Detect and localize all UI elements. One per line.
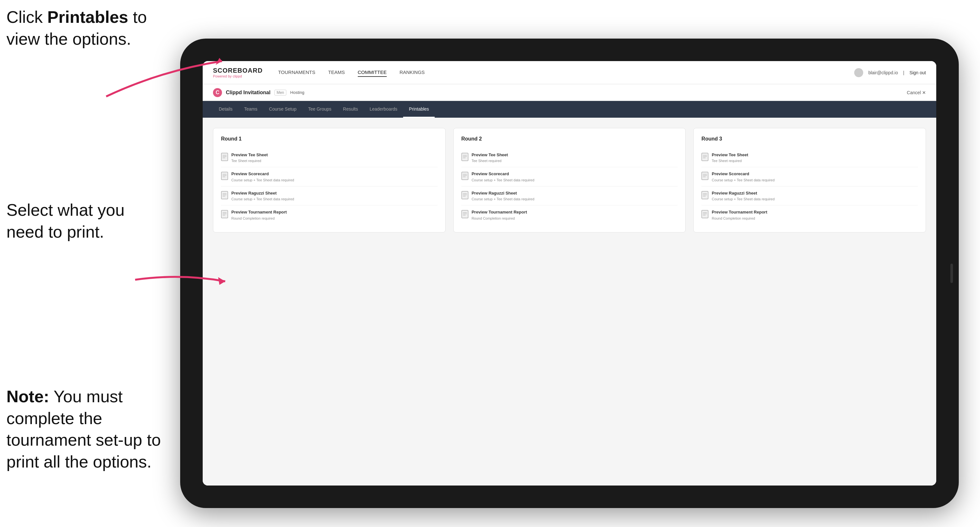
subnav-printables[interactable]: Printables	[403, 101, 435, 118]
nav-rankings[interactable]: RANKINGS	[399, 68, 425, 77]
subnav-results[interactable]: Results	[337, 101, 364, 118]
top-nav-right: blair@clippd.io | Sign out	[854, 68, 926, 77]
scorecard-icon-r2	[461, 172, 468, 180]
cancel-button[interactable]: Cancel ✕	[907, 90, 926, 95]
round1-scorecard-text: Preview Scorecard Course setup + Tee She…	[231, 171, 294, 182]
content-area: Round 1 Preview Tee Sheet	[203, 118, 936, 486]
sub-nav: Details Teams Course Setup Tee Groups Re…	[203, 101, 936, 118]
round-1-column: Round 1 Preview Tee Sheet	[213, 128, 445, 232]
round2-scorecard-text: Preview Scorecard Course setup + Tee She…	[472, 171, 535, 182]
raguzzi-icon-r2	[461, 191, 468, 199]
tablet-side-button	[950, 264, 953, 283]
round2-raguzzi-item[interactable]: Preview Raguzzi Sheet Course setup + Tee…	[461, 186, 678, 205]
report-icon-r2	[461, 210, 468, 218]
user-avatar	[854, 68, 863, 77]
svg-rect-34	[702, 153, 708, 161]
round2-report-text: Preview Tournament Report Round Completi…	[472, 210, 527, 220]
subnav-tee-groups[interactable]: Tee Groups	[302, 101, 337, 118]
round3-tee-sheet-text: Preview Tee Sheet Tee Sheet required	[712, 152, 748, 163]
scorecard-icon-r1	[221, 172, 228, 180]
round2-tee-sheet-item[interactable]: Preview Tee Sheet Tee Sheet required	[461, 148, 678, 167]
subnav-course-setup[interactable]: Course Setup	[263, 101, 302, 118]
svg-rect-14	[221, 210, 228, 218]
tee-sheet-icon-r2	[461, 153, 468, 161]
round2-tee-sheet-text: Preview Tee Sheet Tee Sheet required	[472, 152, 508, 163]
round3-tee-sheet-item[interactable]: Preview Tee Sheet Tee Sheet required	[702, 148, 918, 167]
round1-tee-sheet-item[interactable]: Preview Tee Sheet Tee Sheet required	[221, 148, 438, 167]
tee-sheet-icon-r1	[221, 153, 228, 161]
round1-raguzzi-name: Preview Raguzzi Sheet	[231, 190, 294, 196]
tournament-status: Hosting	[290, 90, 304, 95]
round2-report-item[interactable]: Preview Tournament Report Round Completi…	[461, 205, 678, 224]
round3-scorecard-text: Preview Scorecard Course setup + Tee She…	[712, 171, 775, 182]
round2-scorecard-item[interactable]: Preview Scorecard Course setup + Tee She…	[461, 167, 678, 186]
round-3-column: Round 3 Preview Tee Sheet Tee Sheet requ…	[693, 128, 926, 232]
svg-rect-18	[462, 153, 468, 161]
round1-scorecard-item[interactable]: Preview Scorecard Course setup + Tee She…	[221, 167, 438, 186]
tablet-frame: SCOREBOARD Powered by clippd TOURNAMENTS…	[180, 38, 959, 508]
svg-rect-30	[462, 210, 468, 218]
round3-report-text: Preview Tournament Report Round Completi…	[712, 210, 767, 220]
annotation-middle: Select what you need to print.	[6, 199, 161, 243]
round1-report-item[interactable]: Preview Tournament Report Round Completi…	[221, 205, 438, 224]
svg-marker-1	[218, 277, 225, 285]
svg-rect-6	[221, 172, 228, 180]
round3-raguzzi-text: Preview Raguzzi Sheet Course setup + Tee…	[712, 190, 775, 201]
tournament-badge: Men	[274, 90, 286, 95]
raguzzi-icon-r1	[221, 191, 228, 199]
nav-committee[interactable]: COMMITTEE	[358, 68, 387, 77]
nav-teams[interactable]: TEAMS	[328, 68, 345, 77]
svg-rect-26	[462, 191, 468, 199]
arrow-middle-indicator	[129, 264, 232, 296]
nav-tournaments[interactable]: TOURNAMENTS	[278, 68, 315, 77]
top-nav: SCOREBOARD Powered by clippd TOURNAMENTS…	[203, 61, 936, 84]
round-3-title: Round 3	[702, 136, 918, 142]
round3-scorecard-item[interactable]: Preview Scorecard Course setup + Tee She…	[702, 167, 918, 186]
round1-raguzzi-item[interactable]: Preview Raguzzi Sheet Course setup + Tee…	[221, 186, 438, 205]
tournament-bar: C Clippd Invitational Men Hosting Cancel…	[203, 84, 936, 101]
rounds-container: Round 1 Preview Tee Sheet	[213, 128, 926, 232]
annotation-bottom: Note: You must complete the tournament s…	[6, 386, 187, 473]
subnav-teams[interactable]: Teams	[239, 101, 263, 118]
scorecard-icon-r3	[702, 172, 708, 180]
round-2-column: Round 2 Preview Tee Sheet Tee Sheet requ…	[453, 128, 686, 232]
round1-scorecard-name: Preview Scorecard	[231, 171, 294, 177]
subnav-details[interactable]: Details	[213, 101, 239, 118]
tournament-name: Clippd Invitational	[226, 90, 270, 95]
report-icon-r1	[221, 210, 228, 218]
round3-report-item[interactable]: Preview Tournament Report Round Completi…	[702, 205, 918, 224]
round3-raguzzi-item[interactable]: Preview Raguzzi Sheet Course setup + Tee…	[702, 186, 918, 205]
round1-report-req: Round Completion required	[231, 216, 287, 221]
svg-rect-38	[702, 172, 708, 180]
report-icon-r3	[702, 210, 708, 218]
round-2-title: Round 2	[461, 136, 678, 142]
round1-tee-sheet-text: Preview Tee Sheet Tee Sheet required	[231, 152, 268, 163]
svg-rect-42	[702, 191, 708, 199]
sign-out-link[interactable]: Sign out	[910, 70, 926, 75]
round1-raguzzi-req: Course setup + Tee Sheet data required	[231, 197, 294, 201]
svg-rect-46	[702, 210, 708, 218]
round1-scorecard-req: Course setup + Tee Sheet data required	[231, 178, 294, 182]
annotation-top: Click Printables toview the options.	[6, 6, 147, 50]
tee-sheet-icon-r3	[702, 153, 708, 161]
printables-bold: Printables	[47, 8, 128, 26]
tablet-screen: SCOREBOARD Powered by clippd TOURNAMENTS…	[203, 61, 936, 486]
round-1-title: Round 1	[221, 136, 438, 142]
round1-tee-sheet-req: Tee Sheet required	[231, 159, 268, 163]
top-nav-links: TOURNAMENTS TEAMS COMMITTEE RANKINGS	[278, 68, 854, 77]
round1-tee-sheet-name: Preview Tee Sheet	[231, 152, 268, 158]
round1-report-name: Preview Tournament Report	[231, 210, 287, 215]
raguzzi-icon-r3	[702, 191, 708, 199]
round1-raguzzi-text: Preview Raguzzi Sheet Course setup + Tee…	[231, 190, 294, 201]
user-email: blair@clippd.io	[869, 70, 898, 75]
svg-rect-22	[462, 172, 468, 180]
round1-report-text: Preview Tournament Report Round Completi…	[231, 210, 287, 220]
subnav-leaderboards[interactable]: Leaderboards	[364, 101, 403, 118]
svg-rect-2	[221, 153, 228, 161]
round2-raguzzi-text: Preview Raguzzi Sheet Course setup + Tee…	[472, 190, 535, 201]
arrow-top-indicator	[97, 51, 232, 103]
svg-rect-10	[221, 191, 228, 199]
